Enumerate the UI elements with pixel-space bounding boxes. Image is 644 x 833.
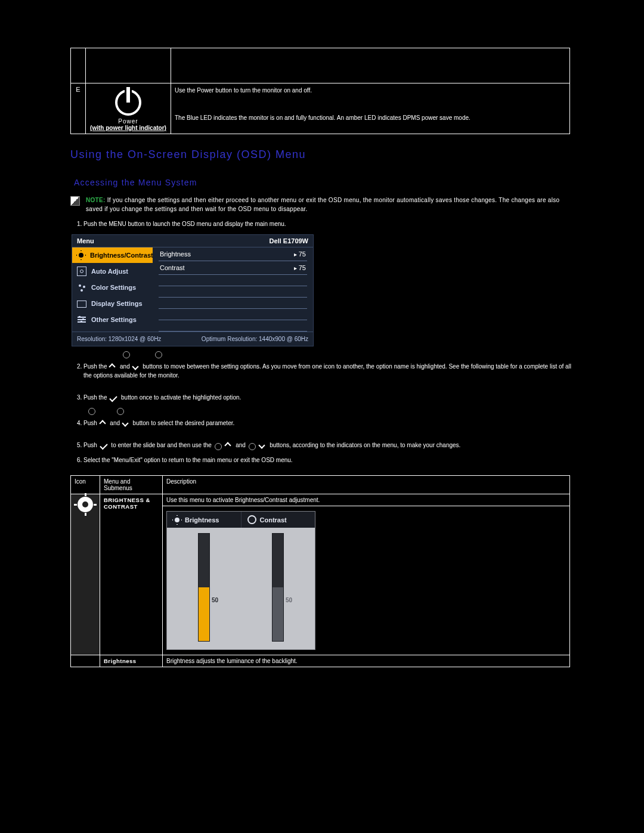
- power-button-table: E Power (with power light indicator) Use…: [70, 48, 570, 134]
- power-desc-line2: The Blue LED indicates the monitor is on…: [175, 113, 566, 123]
- step-5: Push to enter the slide bar and then use…: [83, 441, 574, 450]
- check-icon: [100, 442, 109, 449]
- chevron-up-icon: [225, 442, 233, 448]
- ring-icon: [155, 351, 162, 358]
- desc-brightness-contrast: Use this menu to activate Brightness/Con…: [163, 494, 570, 506]
- power-description-cell: Use the Power button to turn the monitor…: [171, 83, 570, 134]
- menu-brightness: Brightness: [100, 655, 163, 667]
- contrast-icon: [247, 515, 256, 524]
- sun-icon: [77, 250, 85, 260]
- ring-icon: [215, 443, 222, 450]
- steps-list: Push the MENU button to launch the OSD m…: [75, 219, 574, 228]
- osd-title-left: Menu: [77, 237, 94, 244]
- display-settings-icon: [77, 299, 86, 308]
- chevron-up-icon: [110, 364, 117, 370]
- osd-title-right: Dell E1709W: [270, 237, 308, 244]
- osd-nav: Brightness/Contrast Auto Adjust Color Se…: [72, 247, 153, 332]
- chevron-down-icon: [123, 420, 130, 426]
- chevron-down-icon: [259, 442, 267, 448]
- ring-icon: [249, 443, 256, 450]
- osd-footer-resolution: Resolution: 1280x1024 @ 60Hz: [77, 336, 161, 342]
- osd-nav-other-settings[interactable]: Other Settings: [72, 312, 153, 328]
- step4-pre-icons: [88, 408, 574, 415]
- step-4: Push and button to select the desired pa…: [83, 419, 574, 428]
- osd-main-menu: Menu Dell E1709W Brightness/Contrast Aut…: [72, 234, 314, 346]
- ring-icon: [88, 408, 95, 415]
- step-1: Push the MENU button to launch the OSD m…: [83, 219, 574, 228]
- other-settings-icon: [77, 315, 86, 324]
- brightness-contrast-panel-cell: Brightness Contrast 50: [163, 506, 570, 655]
- power-caption: Power: [89, 118, 167, 125]
- brightness-icon-cell: [71, 494, 100, 655]
- contrast-gauge[interactable]: 50: [273, 534, 283, 641]
- power-caption-sub: (with power light indicator): [89, 125, 167, 131]
- note-icon: [70, 196, 80, 206]
- osd-contrast-value: 75: [294, 264, 306, 271]
- step2-pre-icons: [123, 351, 574, 358]
- power-desc-line1: Use the Power button to turn the monitor…: [175, 86, 566, 95]
- check-icon: [110, 395, 118, 401]
- step-6: Select the "Menu/Exit" option to return …: [83, 456, 574, 465]
- osd-nav-display-settings[interactable]: Display Settings: [72, 296, 153, 312]
- steps-list-cont2: Push and button to select the desired pa…: [75, 419, 574, 465]
- osd-brightness-value: 75: [294, 250, 306, 258]
- menu-brightness-contrast: BRIGHTNESS & CONTRAST: [100, 494, 163, 655]
- bcp-tab-brightness[interactable]: Brightness: [167, 512, 241, 528]
- heading-osd-menu: Using the On-Screen Display (OSD) Menu: [70, 148, 574, 161]
- steps-list-cont: Push the and buttons to move between the…: [75, 362, 574, 402]
- power-icon: [115, 89, 141, 116]
- sun-icon: [173, 516, 181, 524]
- heading-accessing-menu: Accessing the Menu System: [74, 178, 574, 187]
- osd-options-table: Icon Menu and Submenus Description BRIGH…: [70, 475, 570, 667]
- row-letter: E: [71, 83, 86, 134]
- chevron-down-icon: [133, 364, 140, 370]
- chevron-up-icon: [100, 420, 107, 426]
- note-label: NOTE:: [86, 197, 106, 203]
- osd-nav-auto-adjust[interactable]: Auto Adjust: [72, 264, 153, 280]
- osd-line-brightness[interactable]: Brightness 75: [159, 247, 307, 261]
- th-desc: Description: [163, 476, 570, 494]
- color-settings-icon: [77, 283, 86, 292]
- step-2: Push the and buttons to move between the…: [83, 362, 574, 380]
- osd-nav-brightness-contrast[interactable]: Brightness/Contrast: [72, 247, 153, 264]
- note-block: NOTE: If you change the settings and the…: [70, 196, 574, 213]
- th-icon: Icon: [71, 476, 100, 494]
- osd-footer-optimum: Optimum Resolution: 1440x900 @ 60Hz: [202, 336, 308, 342]
- brightness-gauge-value: 50: [212, 597, 218, 603]
- auto-adjust-icon: [77, 267, 86, 276]
- th-menu: Menu and Submenus: [100, 476, 163, 494]
- brightness-contrast-panel: Brightness Contrast 50: [166, 511, 315, 650]
- power-icon-cell: Power (with power light indicator): [86, 83, 171, 134]
- bcp-tab-contrast[interactable]: Contrast: [241, 512, 315, 528]
- note-text: NOTE: If you change the settings and the…: [86, 196, 574, 213]
- osd-line-contrast[interactable]: Contrast 75: [159, 261, 307, 275]
- ring-icon: [123, 351, 130, 358]
- contrast-gauge-value: 50: [286, 597, 292, 603]
- step-3: Push the button once to activate the hig…: [83, 393, 574, 402]
- desc-brightness: Brightness adjusts the luminance of the …: [163, 655, 570, 667]
- ring-icon: [117, 408, 124, 415]
- osd-main-pane: Brightness 75 Contrast 75: [153, 247, 313, 332]
- brightness-sun-icon: [78, 497, 93, 512]
- osd-nav-color-settings[interactable]: Color Settings: [72, 280, 153, 296]
- brightness-gauge[interactable]: 50: [199, 534, 209, 641]
